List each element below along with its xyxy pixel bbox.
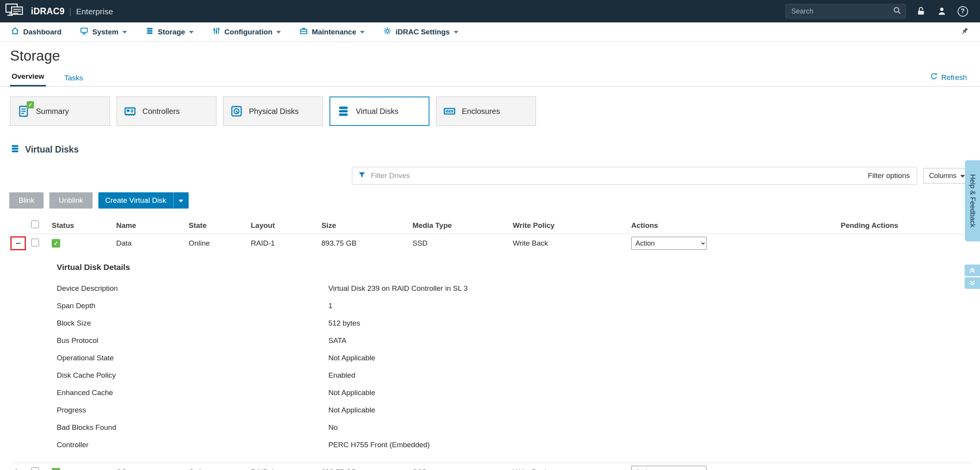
detail-row: Span Depth 1 <box>57 297 971 314</box>
tab-bar: Overview Tasks Refresh <box>0 70 980 87</box>
col-header-name: Name <box>108 221 181 230</box>
detail-value: Not Applicable <box>328 354 971 362</box>
action-select[interactable]: Action <box>631 237 706 250</box>
virtual-disks-icon <box>337 105 350 118</box>
nav-label: Maintenance <box>312 28 356 36</box>
filter-toolbar: Filter options Columns <box>352 167 971 185</box>
filter-options-link[interactable]: Filter options <box>868 171 910 180</box>
row-checkbox[interactable] <box>31 239 39 246</box>
scroll-controls <box>965 265 980 289</box>
card-controllers[interactable]: Controllers <box>117 97 216 126</box>
detail-label: Enhanced Cache <box>57 389 328 397</box>
nav-label: Storage <box>158 28 185 36</box>
vd-layout: RAID-1 <box>243 468 314 470</box>
nav-item-dashboard[interactable]: Dashboard <box>11 27 61 37</box>
card-summary[interactable]: ✓ Summary <box>10 97 110 126</box>
chevron-down-icon <box>454 31 458 34</box>
refresh-button[interactable]: Refresh <box>930 73 967 86</box>
help-icon[interactable]: ? <box>957 5 968 17</box>
col-header-pending-actions: Pending Actions <box>833 221 971 230</box>
nav-item-configuration[interactable]: Configuration <box>212 27 281 37</box>
select-all-checkbox[interactable] <box>31 221 39 228</box>
search-icon[interactable] <box>892 6 902 17</box>
status-ok-icon: ✓ <box>52 239 60 248</box>
detail-value: 512 bytes <box>328 319 971 327</box>
detail-label: Block Size <box>57 319 328 327</box>
nav-label: System <box>92 28 118 36</box>
filter-icon <box>358 171 366 181</box>
detail-value: Not Applicable <box>328 406 971 414</box>
filter-drives-input[interactable] <box>371 171 863 180</box>
col-header-actions: Actions <box>623 221 833 230</box>
brand: iDRAC9 | Enterprise <box>31 6 113 17</box>
search-input[interactable] <box>791 7 892 15</box>
page-title: Storage <box>0 42 980 70</box>
section-title: Virtual Disks <box>25 144 79 155</box>
create-virtual-disk-button[interactable]: Create Virtual Disk <box>98 192 189 209</box>
details-title: Virtual Disk Details <box>57 263 971 272</box>
collapse-row-button[interactable]: − <box>15 239 21 248</box>
vd-size: 893.75 GB <box>314 468 405 470</box>
tab-overview[interactable]: Overview <box>10 72 46 87</box>
detail-row: Bus Protocol SATA <box>57 332 971 349</box>
chevron-down-icon <box>276 31 281 34</box>
detail-label: Controller <box>57 441 328 449</box>
storage-icon <box>145 27 154 37</box>
scroll-up-button[interactable] <box>965 265 980 276</box>
pin-icon[interactable] <box>960 27 969 37</box>
card-label: Controllers <box>142 107 180 116</box>
maintenance-icon <box>299 27 308 37</box>
nav-label: Configuration <box>225 28 273 36</box>
split-caret[interactable] <box>173 192 189 209</box>
user-icon[interactable] <box>936 5 948 17</box>
scroll-down-button[interactable] <box>965 277 980 289</box>
section-header: Virtual Disks <box>0 126 980 155</box>
vd-media-type: SSD <box>405 239 505 248</box>
vd-name: Data <box>108 239 181 248</box>
card-physical-disks[interactable]: Physical Disks <box>223 97 323 126</box>
unblink-button[interactable]: Unblink <box>49 192 92 209</box>
help-feedback-tab[interactable]: Help & Feedback <box>965 160 980 241</box>
columns-button[interactable]: Columns <box>923 168 971 183</box>
refresh-icon <box>930 73 938 82</box>
detail-value: Virtual Disk 239 on RAID Controller in S… <box>328 284 971 293</box>
row-checkbox[interactable] <box>31 467 39 470</box>
annotation-highlight: − <box>10 236 26 250</box>
chevron-down-icon <box>179 200 183 202</box>
vd-layout: RAID-1 <box>243 239 314 248</box>
vd-write-policy: Write Back <box>505 239 623 248</box>
table-actions: Blink Unblink Create Virtual Disk <box>0 185 980 209</box>
action-select[interactable]: Action <box>631 466 706 470</box>
nav-label: Dashboard <box>23 28 61 36</box>
nav-item-system[interactable]: System <box>80 27 127 37</box>
card-enclosures[interactable]: Enclosures <box>436 97 536 126</box>
detail-row: Enhanced Cache Not Applicable <box>57 384 971 401</box>
controllers-icon <box>123 105 137 118</box>
expand-row-button[interactable]: + <box>13 467 19 470</box>
nav-item-maintenance[interactable]: Maintenance <box>299 27 365 37</box>
vd-write-policy: Write Back <box>505 468 623 470</box>
card-virtual-disks[interactable]: Virtual Disks <box>329 97 429 126</box>
detail-row: Progress Not Applicable <box>57 401 971 419</box>
vd-state: Online <box>181 239 243 248</box>
tab-tasks[interactable]: Tasks <box>63 74 85 87</box>
col-header-media-type: Media Type <box>405 221 505 230</box>
blink-button[interactable]: Blink <box>9 192 44 209</box>
nav-item-storage[interactable]: Storage <box>145 27 194 37</box>
col-header-layout: Layout <box>243 221 314 230</box>
lock-icon[interactable] <box>915 5 927 17</box>
detail-label: Span Depth <box>57 302 328 310</box>
detail-value: Enabled <box>328 371 971 380</box>
nav-item-idrac-settings[interactable]: iDRAC Settings <box>383 27 458 37</box>
detail-label: Operational State <box>57 354 328 362</box>
configuration-icon <box>212 27 221 37</box>
summary-icon: ✓ <box>17 105 30 118</box>
detail-label: Progress <box>57 406 328 414</box>
virtual-disks-icon <box>10 144 20 155</box>
detail-row: Block Size 512 bytes <box>57 314 971 332</box>
detail-value: Not Applicable <box>328 389 971 397</box>
vd-size: 893.75 GB <box>314 239 405 248</box>
col-header-state: State <box>181 221 243 230</box>
detail-row: Bad Blocks Found No <box>57 419 971 436</box>
card-label: Virtual Disks <box>356 107 399 116</box>
